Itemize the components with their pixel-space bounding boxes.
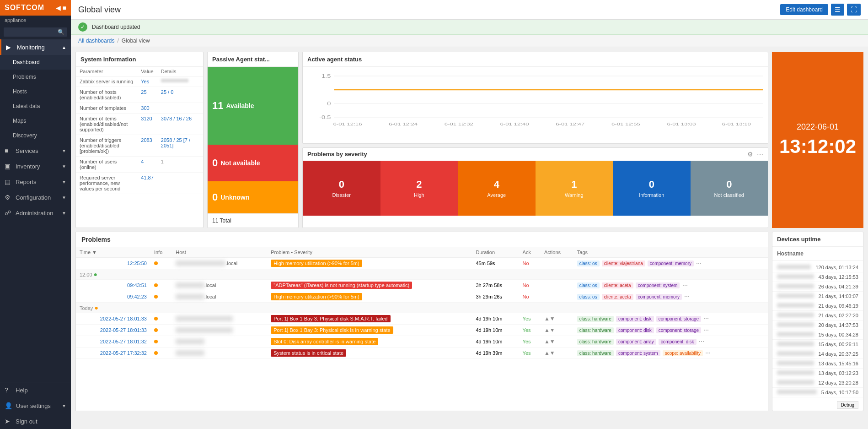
host-cell: ████████: [172, 348, 267, 359]
tag[interactable]: cliente: aceta: [602, 294, 633, 300]
tag[interactable]: class: hardware: [577, 350, 614, 356]
tags-cell: class: os cliente: viajestriana componen…: [573, 258, 768, 269]
sidebar-item-user-settings[interactable]: 👤 User settings ▼: [0, 398, 71, 413]
expand-icon[interactable]: ■: [63, 4, 66, 11]
more-tags-icon[interactable]: ⋯: [703, 315, 709, 322]
tag[interactable]: component: storage: [656, 316, 701, 322]
tags-cell: class: hardware component: disk componen…: [573, 313, 768, 325]
page-title: Global view: [78, 5, 121, 15]
info-label: Information: [639, 192, 664, 198]
severity-settings-icon[interactable]: ⚙: [747, 151, 753, 158]
services-icon: ■: [5, 147, 12, 154]
info-cell: [150, 325, 172, 336]
problem-desc: Port 1| Box 1 Bay 3: Physical disk is in…: [271, 326, 393, 334]
sidebar-item-latest-data[interactable]: Latest data: [0, 99, 71, 114]
tag[interactable]: class: os: [577, 282, 600, 288]
sidebar-item-monitoring[interactable]: ▶ Monitoring ▲: [0, 39, 71, 55]
active-agent-widget: Active agent status 1.5 0 -0.5: [302, 52, 768, 144]
sidebar-item-reports[interactable]: ▤ Reports ▼: [0, 174, 71, 190]
more-tags-icon[interactable]: ⋯: [699, 338, 704, 345]
sidebar-item-problems[interactable]: Problems: [0, 70, 71, 84]
sidebar-item-administration[interactable]: ☍ Administration ▼: [0, 205, 71, 221]
severity-warning[interactable]: 1 Warning: [536, 161, 613, 216]
logo-controls: ◀ ■: [56, 4, 66, 11]
view-toggle-button[interactable]: ☰: [831, 4, 844, 16]
severity-more-icon[interactable]: ⋯: [757, 151, 763, 158]
tag[interactable]: component: storage: [656, 327, 701, 333]
collapse-icon[interactable]: ◀: [56, 4, 61, 11]
tag[interactable]: component: memory: [636, 294, 682, 300]
tag[interactable]: component: memory: [648, 261, 694, 266]
action-icon[interactable]: ▲▼: [544, 350, 555, 356]
sidebar-item-dashboard[interactable]: Dashboard: [0, 55, 71, 70]
host-cell: ████████████████: [172, 313, 267, 325]
ack-cell: No: [519, 280, 541, 291]
severity-unclassified[interactable]: 0 Not classified: [691, 161, 768, 216]
severity-info[interactable]: 0 Information: [613, 161, 691, 216]
sidebar-item-help[interactable]: ? Help: [0, 382, 71, 398]
tag[interactable]: component: disk: [616, 316, 654, 322]
sidebar-item-services[interactable]: ■ Services ▼: [0, 143, 71, 158]
tag[interactable]: class: hardware: [577, 339, 614, 345]
fullscreen-button[interactable]: ⛶: [847, 4, 861, 16]
breadcrumb-all-dashboards[interactable]: All dashboards: [78, 38, 114, 44]
not-available-count: 0: [212, 157, 218, 169]
tag[interactable]: component: system: [616, 350, 660, 356]
col-host: Host: [172, 247, 267, 258]
tag[interactable]: cliente: aceta: [602, 282, 633, 288]
table-row: 2022-05-27 18:01:33 ████████████████ Por…: [76, 325, 768, 336]
tag[interactable]: component: disk: [659, 339, 697, 345]
main: Global view Edit dashboard ☰ ⛶ ✓ Dashboa…: [71, 0, 868, 429]
tag[interactable]: scope: availability: [663, 350, 703, 356]
severity-average[interactable]: 4 Average: [458, 161, 536, 216]
tag[interactable]: class: os: [577, 261, 600, 266]
agent-not-available: 0 Not available: [208, 145, 298, 181]
tag[interactable]: class: hardware: [577, 327, 614, 333]
debug-button[interactable]: Debug: [837, 401, 858, 409]
list-item: 20 days, 14:37:53: [772, 320, 863, 330]
table-row: Number of triggers (enabled/disabled [pr…: [76, 135, 203, 157]
more-tags-icon[interactable]: ⋯: [705, 350, 711, 356]
col-problem: Problem • Severity: [267, 247, 472, 258]
edit-dashboard-button[interactable]: Edit dashboard: [780, 4, 828, 15]
tags-cell: class: hardware component: disk componen…: [573, 325, 768, 336]
administration-arrow: ▼: [62, 211, 66, 216]
sidebar-item-discovery[interactable]: Discovery: [0, 128, 71, 143]
tag[interactable]: component: disk: [616, 327, 654, 333]
breadcrumb-current: Global view: [122, 38, 150, 44]
agent-total: 11 Total: [208, 213, 298, 228]
system-info-title: System information: [76, 52, 203, 67]
sidebar-item-hosts[interactable]: Hosts: [0, 84, 71, 99]
tag[interactable]: cliente: viajestriana: [602, 261, 645, 266]
value-cell: 2083: [137, 135, 157, 157]
sidebar-item-sign-out[interactable]: ➤ Sign out: [0, 413, 71, 429]
sidebar-item-configuration[interactable]: ⚙ Configuration ▼: [0, 190, 71, 205]
severity-high[interactable]: 2 High: [380, 161, 458, 216]
sidebar-item-inventory[interactable]: ▣ Inventory ▼: [0, 158, 71, 174]
more-tags-icon[interactable]: ⋯: [682, 282, 688, 288]
tag[interactable]: component: system: [636, 282, 680, 288]
action-icon[interactable]: ▲▼: [544, 315, 555, 322]
actions-cell: ▲▼: [541, 325, 573, 336]
tag[interactable]: class: os: [577, 294, 600, 300]
tag[interactable]: component: array: [616, 339, 656, 345]
value-cell: 25: [137, 87, 157, 103]
hosts-label: Hosts: [13, 88, 27, 95]
list-item: 21 days, 14:03:07: [772, 292, 863, 301]
action-icon[interactable]: ▲▼: [544, 327, 555, 333]
problems-label: Problems: [13, 74, 36, 80]
bottom-nav: ? Help 👤 User settings ▼ ➤ Sign out: [0, 382, 71, 429]
actions-cell: ▲▼: [541, 348, 573, 359]
more-tags-icon[interactable]: ⋯: [703, 327, 709, 333]
more-tags-icon[interactable]: ⋯: [696, 260, 702, 266]
tag[interactable]: class: hardware: [577, 316, 614, 322]
sidebar-item-maps[interactable]: Maps: [0, 114, 71, 128]
col-time[interactable]: Time ▼: [76, 247, 150, 258]
list-item: 26 days, 04:21:39: [772, 282, 863, 292]
more-tags-icon[interactable]: ⋯: [684, 293, 690, 300]
col-actions: Actions: [541, 247, 573, 258]
col-ack: Ack: [519, 247, 541, 258]
action-icon[interactable]: ▲▼: [544, 338, 555, 345]
details-cell: [157, 103, 203, 114]
severity-disaster[interactable]: 0 Disaster: [303, 161, 380, 216]
